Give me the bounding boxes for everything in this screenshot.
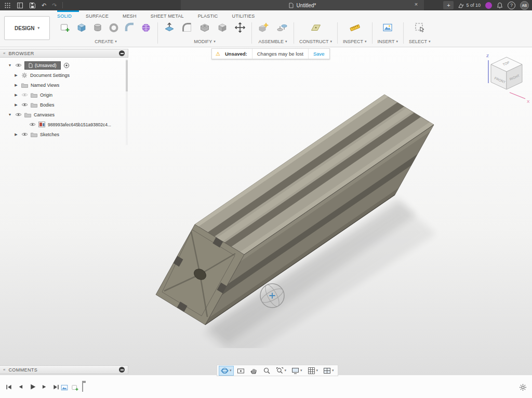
skip-to-start-icon[interactable] [5,383,12,391]
tree-row-canvas-item[interactable]: 988993afec645b151a93802c4... [0,120,128,129]
user-avatar[interactable]: AB [520,1,529,10]
collapse-panel-icon[interactable]: « [3,367,5,372]
workspace-switcher-button[interactable]: DESIGN ▾ [4,16,50,40]
group-label-create[interactable]: CREATE▾ [95,39,116,44]
select-button[interactable] [414,21,426,34]
tree-item-label[interactable]: 988993afec645b151a93802c4... [48,122,111,127]
group-label-inspect[interactable]: INSPECT▾ [343,39,367,44]
tree-item-label[interactable]: Canvases [34,112,55,117]
pattern-button[interactable] [140,21,152,34]
group-label-assemble[interactable]: ASSEMBLE▾ [258,39,287,44]
browser-header[interactable]: « BROWSER [0,49,128,58]
step-forward-icon[interactable] [41,383,48,390]
create-sketch-button[interactable] [59,21,72,34]
data-panel-icon[interactable] [17,2,23,9]
comments-menu-button[interactable] [119,367,125,373]
tab-plastic[interactable]: PLASTIC [198,14,218,19]
visibility-eye-icon[interactable] [15,63,22,68]
press-pull-button[interactable] [163,21,176,34]
view-cube[interactable]: TOP FRONT RIGHT Z X [481,51,532,105]
skip-to-end-icon[interactable] [52,383,60,391]
browser-menu-button[interactable] [119,50,125,56]
fillet-button[interactable] [181,21,193,34]
undo-icon[interactable]: ↶ [42,0,46,10]
tab-sheet-metal[interactable]: SHEET METAL [151,14,184,19]
torus-button[interactable] [108,21,120,34]
tab-mesh[interactable]: MESH [123,14,137,19]
coil-button[interactable] [124,21,136,34]
fit-button[interactable]: ▾ [274,366,289,376]
redo-icon[interactable]: ↷ [52,0,57,10]
cylinder-button[interactable] [91,21,104,34]
viewports-button[interactable]: ▾ [321,366,336,376]
app-launcher-icon[interactable] [4,2,11,9]
new-component-button[interactable] [257,21,270,34]
tree-row-bodies[interactable]: ▶ Bodies [0,100,128,110]
construction-plane-button[interactable] [310,21,322,34]
notifications-bell-icon[interactable] [497,2,503,9]
expand-open-icon[interactable]: ▼ [7,113,12,116]
move-copy-button[interactable] [234,21,246,34]
browser-scrollbar[interactable] [126,59,128,145]
close-tab-icon[interactable]: × [413,1,420,7]
insert-canvas-button[interactable] [381,21,394,34]
orbit-tool-button[interactable]: ▾ [219,366,234,376]
zoom-button[interactable] [261,366,273,376]
group-label-modify[interactable]: MODIFY▾ [194,39,216,44]
tree-row-named-views[interactable]: ▶ Named Views [0,80,128,90]
tree-row-origin[interactable]: ▶ Origin [0,90,128,100]
collapse-panel-icon[interactable]: « [3,51,5,56]
new-tab-button[interactable]: + [443,1,454,9]
activate-component-icon[interactable] [63,62,70,69]
tree-item-label[interactable]: Origin [40,92,52,98]
tree-row-document-settings[interactable]: ▶ Document Settings [0,70,128,80]
help-icon[interactable]: ? [508,2,515,9]
tab-solid[interactable]: SOLID [57,14,72,19]
grid-snap-button[interactable]: ▾ [305,366,321,376]
expand-closed-icon[interactable]: ▶ [14,93,19,97]
joint-button[interactable] [276,21,288,34]
document-tab[interactable]: Untitled* × [181,0,424,10]
shell-button[interactable] [198,21,211,34]
play-icon[interactable] [29,383,36,391]
timeline-sketch-feature[interactable] [71,383,79,392]
orbit-widget-icon[interactable] [257,281,287,311]
root-component[interactable]: (Unsaved) [24,61,61,70]
visibility-eye-icon[interactable] [21,92,28,97]
tab-surface[interactable]: SURFACE [86,14,109,19]
save-icon[interactable] [29,2,36,9]
display-settings-button[interactable]: ▾ [289,366,304,376]
tab-utilities[interactable]: UTILITIES [232,14,255,19]
expand-closed-icon[interactable]: ▶ [14,103,19,107]
tree-item-label[interactable]: Sketches [40,132,59,137]
timeline-canvas-feature[interactable] [60,383,69,392]
pan-button[interactable] [248,366,260,376]
look-at-button[interactable] [235,366,247,376]
expand-closed-icon[interactable]: ▶ [14,83,19,87]
tree-row-canvases[interactable]: ▼ Canvases [0,110,128,120]
visibility-eye-icon[interactable] [29,122,36,127]
group-label-insert[interactable]: INSERT▾ [378,39,398,44]
timeline-settings-gear-icon[interactable] [519,383,527,391]
timeline-position-marker[interactable] [82,382,83,392]
visibility-eye-icon[interactable] [21,102,28,107]
tree-item-label[interactable]: Named Views [31,83,59,88]
job-status[interactable]: 5 of 10 [458,3,481,8]
comments-header[interactable]: « COMMENTS [0,365,128,374]
expand-open-icon[interactable]: ▼ [7,63,12,67]
tree-item-label[interactable]: Bodies [40,102,55,108]
tree-item-label[interactable]: Document Settings [30,73,70,78]
offset-face-button[interactable] [216,21,229,34]
visibility-eye-icon[interactable] [21,132,28,137]
extrusion-model[interactable] [130,78,452,348]
group-label-construct[interactable]: CONSTRUCT▾ [299,39,332,44]
save-button[interactable]: Save [308,49,329,59]
group-label-select[interactable]: SELECT▾ [409,39,431,44]
whats-new-icon[interactable] [485,2,492,9]
step-back-icon[interactable] [17,383,24,390]
visibility-eye-icon[interactable] [15,112,22,117]
box-button[interactable] [75,21,88,34]
tree-row-sketches[interactable]: ▶ Sketches [0,129,128,139]
expand-closed-icon[interactable]: ▶ [14,73,19,77]
tree-row-root[interactable]: ▼ (Unsaved) [0,60,128,70]
